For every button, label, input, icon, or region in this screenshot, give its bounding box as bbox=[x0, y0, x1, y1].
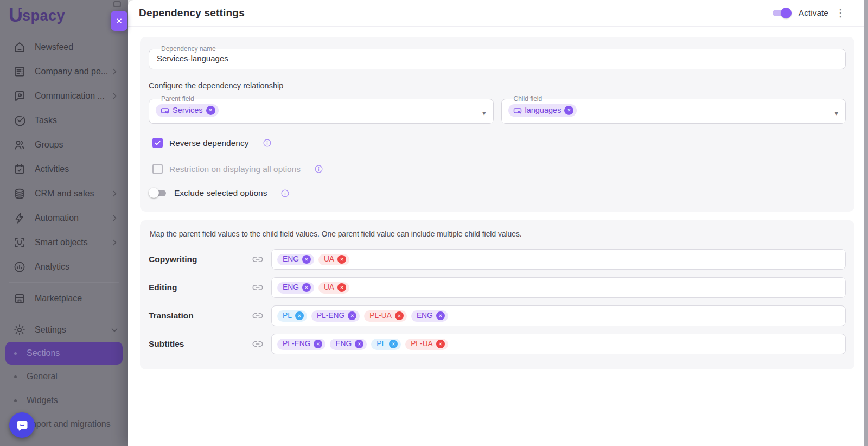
value-tag: ENG ✕ bbox=[330, 339, 367, 350]
subitem-label: Import and migrations bbox=[27, 419, 111, 429]
remove-tag-button[interactable]: ✕ bbox=[302, 255, 311, 264]
parent-value-label: Translation bbox=[149, 311, 252, 321]
parent-field-chip: Services ✕ bbox=[156, 104, 219, 117]
value-tag: ENG ✕ bbox=[277, 254, 314, 265]
reverse-dependency-checkbox[interactable] bbox=[152, 138, 163, 148]
sidebar-item-analytics[interactable]: Analytics bbox=[0, 254, 128, 279]
info-icon[interactable] bbox=[280, 189, 290, 198]
remove-tag-button[interactable]: ✕ bbox=[314, 340, 322, 348]
mapping-row: Subtitles PL-ENG ✕ ENG ✕ PL ✕ PL-UA ✕ bbox=[149, 334, 846, 354]
child-field-label: Child field bbox=[512, 95, 545, 102]
link-icon bbox=[252, 338, 264, 350]
chevron-right-icon bbox=[110, 238, 119, 247]
uspacy-logo[interactable]: U spacy bbox=[0, 0, 128, 25]
child-field-select[interactable]: Child field languages ✕ ▾ bbox=[501, 95, 846, 124]
parent-chip-label: Services bbox=[173, 106, 203, 115]
restriction-checkbox[interactable] bbox=[152, 164, 163, 174]
exclude-selected-toggle[interactable] bbox=[149, 188, 167, 199]
sidebar-subitem-sections[interactable]: Sections bbox=[5, 342, 123, 365]
tag-label: UA bbox=[324, 255, 334, 264]
mapping-instruction: Map the parent field values to the child… bbox=[150, 230, 846, 238]
configuration-section: Dependency name Services-languages Confi… bbox=[140, 37, 854, 212]
sidebar-item-activities[interactable]: Activities bbox=[0, 157, 128, 181]
remove-tag-button[interactable]: ✕ bbox=[436, 340, 445, 348]
info-icon[interactable] bbox=[263, 138, 272, 148]
chevron-right-icon bbox=[110, 67, 119, 77]
child-values-input[interactable]: PL-ENG ✕ ENG ✕ PL ✕ PL-UA ✕ bbox=[271, 334, 846, 354]
sidebar-item-crm-and-sales[interactable]: CRM and sales bbox=[0, 181, 128, 206]
kebab-menu-icon[interactable]: ⋮ bbox=[835, 9, 844, 17]
child-values-input[interactable]: ENG ✕ UA ✕ bbox=[271, 249, 846, 270]
chevron-right-icon bbox=[110, 91, 119, 101]
sidebar-item-automation[interactable]: Automation bbox=[0, 206, 128, 230]
bullet-dot bbox=[14, 375, 17, 378]
remove-parent-chip-button[interactable]: ✕ bbox=[206, 106, 215, 115]
remove-tag-button[interactable]: ✕ bbox=[348, 311, 356, 320]
subitem-label: Sections bbox=[27, 348, 60, 358]
home-icon bbox=[13, 41, 26, 54]
gear-icon bbox=[13, 323, 26, 336]
dropdown-arrow-icon: ▾ bbox=[834, 110, 838, 117]
sidebar-item-label: Groups bbox=[35, 140, 119, 150]
remove-tag-button[interactable]: ✕ bbox=[436, 311, 445, 320]
remove-tag-button[interactable]: ✕ bbox=[302, 283, 311, 292]
remove-tag-button[interactable]: ✕ bbox=[337, 255, 346, 264]
parent-value-label: Copywriting bbox=[149, 254, 252, 264]
sidebar-item-tasks[interactable]: Tasks bbox=[0, 108, 128, 132]
calendar-icon bbox=[13, 163, 26, 176]
child-values-input[interactable]: ENG ✕ UA ✕ bbox=[271, 277, 846, 298]
sidebar-item-marketplace[interactable]: Marketplace bbox=[0, 286, 128, 310]
notification-icon[interactable] bbox=[113, 1, 121, 7]
tag-label: PL bbox=[376, 340, 386, 348]
sidebar-nav: Newsfeed Company and pe... Communication… bbox=[0, 35, 128, 342]
sidebar-item-label: Analytics bbox=[35, 262, 119, 272]
sidebar-item-label: Communication ... bbox=[35, 91, 110, 101]
check-circle-icon bbox=[13, 114, 26, 127]
tag-label: ENG bbox=[335, 340, 352, 348]
sidebar-item-settings[interactable]: Settings bbox=[0, 317, 128, 342]
remove-tag-button[interactable]: ✕ bbox=[355, 340, 363, 348]
remove-tag-button[interactable]: ✕ bbox=[395, 311, 404, 320]
smart-object-icon bbox=[13, 236, 26, 249]
mapping-row: Editing ENG ✕ UA ✕ bbox=[149, 277, 846, 298]
field-type-icon bbox=[513, 106, 522, 115]
sidebar-item-label: Company and pe... bbox=[35, 67, 110, 77]
sidebar-item-company-and-pe[interactable]: Company and pe... bbox=[0, 59, 128, 84]
sidebar-item-label: Newsfeed bbox=[35, 42, 119, 52]
activate-toggle[interactable] bbox=[771, 7, 792, 19]
child-values-input[interactable]: PL ✕ PL-ENG ✕ PL-UA ✕ ENG ✕ bbox=[271, 305, 846, 326]
sidebar-divider bbox=[9, 314, 119, 314]
analytics-icon bbox=[13, 260, 26, 273]
exclude-label: Exclude selected options bbox=[174, 188, 267, 198]
dependency-name-input[interactable]: Dependency name Services-languages bbox=[149, 46, 846, 69]
remove-tag-button[interactable]: ✕ bbox=[389, 340, 398, 348]
tag-label: ENG bbox=[283, 283, 299, 292]
sidebar-item-smart-objects[interactable]: Smart objects bbox=[0, 230, 128, 254]
sidebar-item-communication[interactable]: Communication ... bbox=[0, 84, 128, 108]
sidebar-item-groups[interactable]: Groups bbox=[0, 132, 128, 157]
chevron-right-icon bbox=[110, 213, 119, 223]
page-title: Dependency settings bbox=[139, 7, 245, 19]
restriction-label: Restriction on displaying all options bbox=[169, 164, 301, 174]
logo-u-glyph: U bbox=[9, 5, 22, 25]
info-icon[interactable] bbox=[314, 164, 323, 174]
window-scrollbar[interactable] bbox=[864, 0, 868, 446]
remove-tag-button[interactable]: ✕ bbox=[337, 283, 346, 292]
value-tag: PL-ENG ✕ bbox=[311, 310, 360, 322]
remove-tag-button[interactable]: ✕ bbox=[295, 311, 304, 320]
parent-field-select[interactable]: Parent field Services ✕ ▾ bbox=[149, 95, 494, 124]
panel-header: Dependency settings Activate ⋮ bbox=[128, 0, 868, 27]
tag-label: ENG bbox=[283, 255, 299, 264]
chevron-down-icon bbox=[110, 325, 119, 335]
remove-child-chip-button[interactable]: ✕ bbox=[564, 106, 573, 115]
sidebar-item-label: Smart objects bbox=[35, 238, 110, 247]
close-button[interactable]: ✕ bbox=[111, 11, 127, 31]
tag-label: PL-ENG bbox=[317, 311, 344, 320]
dependency-settings-panel: Dependency settings Activate ⋮ Dependenc… bbox=[128, 0, 868, 446]
sidebar-subitem-widgets[interactable]: Widgets bbox=[0, 388, 128, 412]
sidebar-subitem-general[interactable]: General bbox=[0, 365, 128, 388]
intercom-chat-button[interactable] bbox=[9, 412, 35, 438]
sidebar-item-newsfeed[interactable]: Newsfeed bbox=[0, 35, 128, 59]
chevron-right-icon bbox=[110, 189, 119, 199]
sidebar-item-label: Tasks bbox=[35, 116, 119, 125]
